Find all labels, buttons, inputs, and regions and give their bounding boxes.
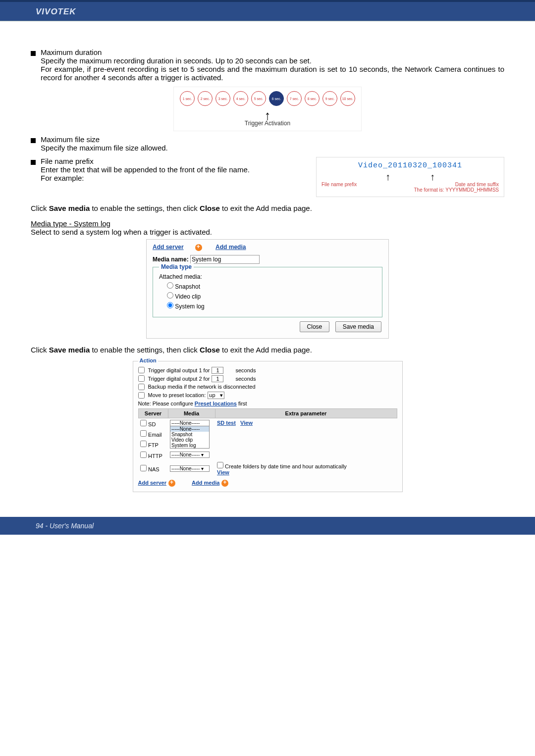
add-server-link-bottom[interactable]: Add server [138,480,166,486]
checkbox-trigger-do2[interactable] [138,375,145,382]
media-select-open[interactable]: -----None----- -----None----- Snapshot V… [170,420,210,449]
trigger-do2-seconds-input[interactable] [212,375,223,382]
max-duration-body1: Specify the maximum recording duration i… [41,56,504,65]
checkbox-server-email[interactable] [140,430,147,437]
trigger-do1-seconds-input[interactable] [212,367,223,374]
option-snapshot[interactable]: Snapshot [170,432,209,437]
sec-pill-8: 8 sec. [305,91,320,106]
sec-pill-7: 7 sec. [287,91,302,106]
option-video-clip[interactable]: Video clip [170,437,209,443]
th-extra: Extra parameter [215,408,397,418]
filename-prefix-example: For example: [41,174,307,182]
bullet-icon [31,160,36,165]
sec-pill-3: 3 sec. [215,91,230,106]
max-duration-title: Maximum duration [41,48,102,56]
checkbox-create-folders[interactable] [217,462,223,468]
filename-example-box: Video_20110320_100341 ↑ ↑ File name pref… [316,157,504,197]
max-duration-body2: For example, if pre-event recording is s… [41,65,504,82]
server-ftp-label: FTP [148,442,159,448]
add-media-panel: Add server Add media Media name: Media t… [146,239,389,339]
add-media-link[interactable]: Add media [215,244,246,251]
sec-pill-10: 10 sec. [340,91,355,106]
media-name-label: Media name: [153,256,189,263]
option-none[interactable]: -----None----- [170,420,209,426]
bullet-icon [31,51,36,56]
section-max-file-size: Maximum file size Specify the maximum fi… [31,135,504,152]
move-preset-label: Move to preset location: [148,392,206,398]
sd-test-link[interactable]: SD test [217,420,236,426]
media-type-heading: Media type - System log [31,219,504,228]
action-legend: Action [138,357,158,363]
close-button[interactable]: Close [300,321,330,332]
th-media: Media [168,408,215,418]
radio-snapshot[interactable] [167,282,173,289]
trigger-activation-diagram: 1 sec. 2 sec. 3 sec. 4 sec. 5 sec. 6 sec… [173,87,362,131]
trigger-activation-label: Trigger Activation [179,120,356,127]
server-media-table: Server Media Extra parameter SD -----Non… [138,408,397,477]
checkbox-server-ftp[interactable] [140,441,147,447]
max-filesize-title: Maximum file size [41,135,100,144]
radio-videoclip-label: Video clip [175,293,201,300]
seconds-row: 1 sec. 2 sec. 3 sec. 4 sec. 5 sec. 6 sec… [179,91,356,106]
nas-view-link[interactable]: View [217,469,229,475]
create-folders-label: Create folders by date time and hour aut… [225,463,347,469]
server-email-label: Email [148,432,162,438]
preset-note: Note: Please configure Preset locations … [138,401,397,406]
backup-media-label: Backup media if the network is disconnec… [148,384,256,390]
sec-pill-5: 5 sec. [251,91,266,106]
server-nas-label: NAS [148,466,160,472]
prefix-format: The format is: YYYYMMDD_HHMMSS [321,187,499,193]
http-media-select[interactable]: -----None----- ▾ [170,452,210,458]
preset-locations-link[interactable]: Preset locations [195,401,237,406]
trigger-do2-label: Trigger digital output 2 for [148,376,210,382]
plus-icon[interactable] [195,244,202,251]
filename-prefix-title: File name prefix [41,157,94,165]
preset-location-select[interactable]: up ▾ [208,392,224,399]
sec-pill-6-active: 6 sec. [269,91,284,106]
checkbox-move-preset[interactable] [138,392,145,399]
checkbox-server-sd[interactable] [140,420,147,426]
filename-prefix-body: Enter the text that will be appended to … [41,165,307,174]
nas-media-select[interactable]: -----None----- ▾ [170,465,210,472]
table-row-sd: SD -----None----- -----None----- Snapsho… [138,418,397,429]
save-media-button[interactable]: Save media [335,321,381,332]
action-panel: Action Trigger digital output 1 for seco… [133,361,403,492]
add-media-link-bottom[interactable]: Add media [192,480,219,486]
media-type-fieldset: Media type Attached media: Snapshot Vide… [153,267,382,317]
checkbox-backup-media[interactable] [138,384,145,390]
prefix-label-left: File name prefix [321,182,357,187]
add-server-link[interactable]: Add server [153,244,184,251]
sec-pill-4: 4 sec. [233,91,248,106]
radio-snapshot-label: Snapshot [175,283,200,290]
checkbox-server-http[interactable] [140,452,147,458]
media-name-input[interactable] [190,255,260,264]
checkbox-trigger-do1[interactable] [138,367,145,373]
sd-view-link[interactable]: View [240,420,253,426]
example-filename: Video_20110320_100341 [321,161,499,170]
table-row-nas: NAS -----None----- ▾ Create folders by d… [138,460,397,477]
max-filesize-body: Specify the maximum file size allowed. [41,144,504,152]
attached-media-label: Attached media: [159,273,376,280]
arrow-up-icon: ↑ [430,172,435,182]
trigger-do1-seconds-unit: seconds [235,367,256,373]
plus-icon[interactable] [168,480,175,487]
radio-system-log[interactable] [167,302,173,308]
checkbox-server-nas[interactable] [140,465,147,471]
table-row-http: HTTP -----None----- ▾ [138,450,397,460]
trigger-do2-seconds-unit: seconds [235,376,256,382]
server-sd-label: SD [148,421,156,427]
section-filename-prefix: File name prefix Enter the text that wil… [31,157,504,197]
save-media-note-1: Click Save media to enable the settings,… [31,204,504,212]
save-media-note-2: Click Save media to enable the settings,… [31,346,504,354]
plus-icon[interactable] [221,480,228,487]
bullet-icon [31,138,36,143]
trigger-do1-label: Trigger digital output 1 for [148,367,210,373]
prefix-label-right: Date and time suffix [455,182,499,187]
radio-video-clip[interactable] [167,292,173,299]
option-system-log[interactable]: System log [170,443,209,448]
option-none-hl[interactable]: -----None----- [170,426,209,432]
section-max-duration: Maximum duration Specify the maximum rec… [31,48,504,82]
sec-pill-2: 2 sec. [198,91,213,106]
media-type-legend: Media type [159,263,194,270]
server-http-label: HTTP [148,453,162,459]
